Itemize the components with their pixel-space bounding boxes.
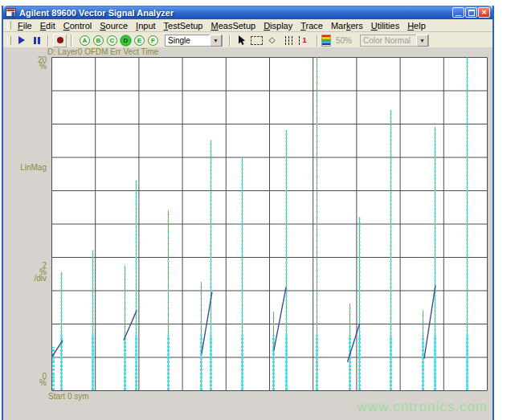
trace-button-b[interactable]: B — [93, 35, 104, 46]
trace-button-d[interactable]: D — [121, 35, 131, 46]
title-bar[interactable]: Agilent 89600 Vector Signal Analyzer — ✕ — [3, 6, 492, 19]
trace-button-group: ABCDEF — [78, 35, 160, 46]
trace-button-a[interactable]: A — [80, 35, 90, 46]
pause-icon — [34, 37, 36, 44]
band-lines-tool[interactable] — [280, 34, 294, 47]
window-title: Agilent 89600 Vector Signal Analyzer — [19, 8, 452, 18]
minimize-icon: — — [456, 11, 462, 18]
marker-diamond-tool[interactable]: ◇ — [265, 34, 279, 47]
menu-bar: FileEditControlSourceInputTestSetupMeasS… — [3, 19, 492, 32]
marker1-icon: 1 — [298, 36, 306, 44]
menubar-grip[interactable] — [7, 21, 11, 30]
trace-segment — [274, 287, 286, 350]
close-icon: ✕ — [481, 9, 487, 16]
menu-source[interactable]: Source — [96, 21, 132, 31]
x-axis-start-label: Start 0 sym — [48, 393, 89, 400]
play-icon — [18, 36, 25, 44]
y-axis-bottom-label: 0 % — [3, 373, 47, 386]
separator — [71, 35, 72, 47]
minimize-button[interactable]: — — [452, 7, 464, 18]
trace-button-c[interactable]: C — [107, 35, 117, 46]
menu-display[interactable]: Display — [260, 21, 296, 31]
y-axis-per-div-label: 2 % /div — [3, 263, 47, 282]
menu-help[interactable]: Help — [403, 21, 430, 31]
app-icon — [6, 8, 16, 17]
separator — [47, 35, 49, 47]
measurement-mode-value: Single — [166, 36, 210, 45]
diamond-icon: ◇ — [269, 36, 276, 44]
watermark: www.cntronics.com — [358, 399, 488, 415]
menu-markers[interactable]: Markers — [327, 21, 367, 31]
trace-button-f[interactable]: F — [148, 35, 158, 46]
measurement-mode-select[interactable]: Single ▼ — [165, 35, 223, 47]
pause-button[interactable] — [30, 34, 43, 47]
y-axis-scale-label: LinMag — [3, 165, 47, 171]
select-arrow-tool[interactable] — [235, 34, 248, 47]
toolbar-grip[interactable] — [7, 36, 11, 45]
chevron-down-icon[interactable]: ▼ — [416, 35, 428, 47]
plot-area[interactable] — [51, 57, 488, 391]
color-mode-select[interactable]: Color Normal ▼ — [360, 35, 429, 47]
zoom-level-label: 50% — [336, 36, 352, 45]
menu-utilities[interactable]: Utilities — [367, 21, 403, 31]
menu-input[interactable]: Input — [132, 21, 159, 31]
menu-trace[interactable]: Trace — [296, 21, 327, 31]
toolbar: ABCDEF Single ▼ ◇ 1 50% C — [3, 32, 492, 49]
marker1-tool[interactable]: 1 — [296, 34, 309, 47]
color-mode-value: Color Normal — [361, 36, 416, 45]
trace-button-e[interactable]: E — [134, 35, 145, 46]
color-scale-icon — [321, 35, 331, 47]
separator — [317, 35, 318, 47]
close-button[interactable]: ✕ — [478, 7, 490, 18]
trace-title: D: Layer0 OFDM Err Vect Time — [47, 49, 158, 55]
record-button[interactable] — [53, 34, 67, 47]
y-axis-top-label: 20 % — [3, 57, 47, 70]
menu-control[interactable]: Control — [59, 21, 96, 31]
menu-testsetup[interactable]: TestSetup — [160, 21, 207, 31]
app-window: Agilent 89600 Vector Signal Analyzer — ✕… — [2, 6, 494, 420]
dashed-lines-icon — [285, 36, 286, 45]
trace-segment — [424, 285, 435, 358]
marquee-icon — [251, 36, 263, 45]
chevron-down-icon[interactable]: ▼ — [210, 35, 222, 47]
record-icon — [57, 37, 63, 43]
play-button[interactable] — [14, 34, 28, 47]
menu-meassetup[interactable]: MeasSetup — [206, 21, 260, 31]
maximize-icon — [468, 10, 475, 16]
menu-file[interactable]: File — [14, 21, 36, 31]
screen: Agilent 89600 Vector Signal Analyzer — ✕… — [0, 0, 519, 420]
menu-edit[interactable]: Edit — [36, 21, 59, 31]
arrow-cursor-icon — [238, 35, 246, 45]
maximize-button[interactable] — [465, 7, 477, 18]
display-area: D: Layer0 OFDM Err Vect Time 20 % LinMag… — [3, 47, 492, 420]
zoom-marquee-tool[interactable] — [250, 34, 264, 47]
separator — [229, 35, 231, 47]
